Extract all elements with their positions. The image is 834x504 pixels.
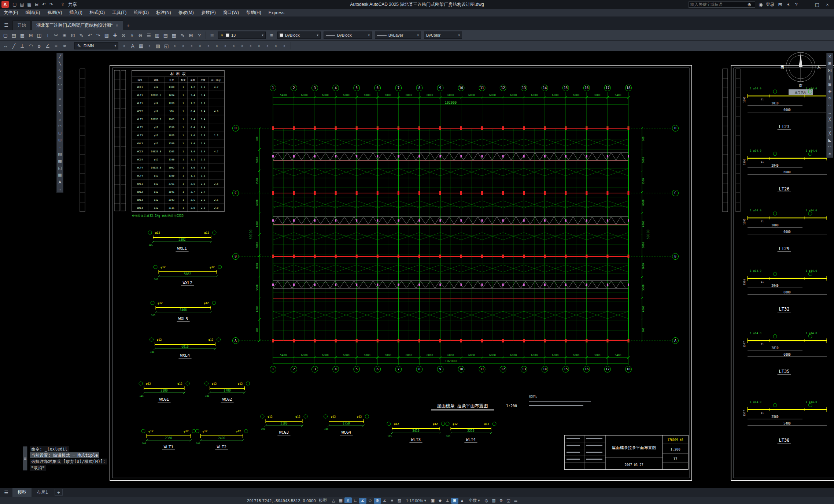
redo-icon[interactable]: ↷ [48, 1, 55, 8]
dim-radius-icon[interactable]: ◠ [27, 42, 35, 49]
layout-tab-布局1[interactable]: 布局1 [32, 488, 53, 497]
selection-cycling-icon[interactable]: ▣ [429, 498, 436, 504]
redo-icon[interactable]: ↷ [94, 32, 102, 39]
zoom-previous-icon[interactable]: ⊖ [136, 32, 144, 39]
search-icon[interactable]: ⊕ [745, 1, 753, 8]
line-icon[interactable]: ╱ [57, 53, 63, 60]
dimension-icon[interactable]: ↔ [57, 185, 63, 192]
transparency-icon[interactable]: ▨ [396, 498, 403, 504]
units-button[interactable]: 小数 ▾ [466, 498, 482, 504]
menubar-item-8[interactable]: 标注(N) [152, 9, 175, 16]
multiline-text-icon[interactable]: A [57, 178, 63, 185]
region-icon[interactable]: ◱ [57, 164, 63, 171]
text-style-icon[interactable]: ▫ [120, 42, 128, 49]
copy-icon[interactable]: ⊞ [827, 60, 833, 67]
snap-icon[interactable]: ▦ [337, 498, 344, 504]
community-icon[interactable]: ✶ [784, 1, 792, 8]
stretch-icon[interactable]: ↔ [827, 109, 833, 116]
file-tabs-menu-icon[interactable]: ☰ [2, 21, 10, 29]
customization-icon[interactable]: ☰ [512, 498, 519, 504]
paste-icon[interactable]: ⊡ [69, 32, 77, 39]
polar-icon[interactable]: ∠ [359, 498, 366, 504]
point-style-icon[interactable]: ▫ [145, 42, 154, 49]
zoom-realtime-icon[interactable]: ⊙ [119, 32, 128, 39]
layer-walk-icon[interactable]: ▫ [221, 42, 229, 49]
layer-off-icon[interactable]: ▫ [238, 42, 246, 49]
hatch-icon[interactable]: ▨ [57, 151, 63, 158]
design-center-icon[interactable]: ▥ [153, 32, 161, 39]
lineweight-icon[interactable]: ≡ [388, 497, 396, 503]
osnap-settings-icon[interactable]: ▫ [171, 42, 179, 49]
multiline-text-icon[interactable]: A [129, 42, 137, 49]
color-combo[interactable]: ByBlock ▾ [277, 32, 321, 39]
search-input[interactable] [690, 2, 745, 7]
revision-cloud-icon[interactable]: ≈ [57, 102, 63, 109]
move-icon[interactable]: ✚ [827, 88, 833, 95]
undo-icon[interactable]: ↶ [86, 32, 94, 39]
layer-states-icon[interactable]: ≡ [267, 32, 276, 39]
hatch-icon[interactable]: ▨ [154, 42, 162, 49]
named-views-icon[interactable]: ▫ [188, 42, 196, 49]
3d-osnap-icon[interactable]: ◆ [436, 498, 444, 504]
drawing-workspace[interactable]: 材 料 表编号规格长度数量单重总重合计(Kg)WCC1φ12130011.21.… [0, 51, 834, 488]
app-menu-button[interactable]: A [1, 1, 9, 8]
ortho-icon[interactable]: ∟ [352, 497, 359, 503]
make-block-icon[interactable]: ⊞ [57, 137, 63, 144]
infer-icon[interactable]: △ [330, 498, 337, 504]
tab-close-icon[interactable]: × [116, 23, 118, 28]
dim-diameter-icon[interactable]: ⌀ [35, 42, 43, 49]
layer-freeze-icon[interactable]: ▫ [230, 42, 238, 49]
menubar-item-5[interactable]: 格式(O) [86, 9, 108, 16]
file-tab-2[interactable]: 湖北某三连跨门式刚架厂房结构设计图*× [32, 21, 123, 30]
share-button[interactable]: ⇧共享 [56, 1, 80, 8]
annotation-visibility-icon[interactable]: ▲ [458, 497, 466, 503]
new-icon[interactable]: ▢ [11, 1, 18, 8]
scale-icon[interactable]: ▱ [827, 102, 833, 109]
circle-icon[interactable]: ○ [57, 95, 63, 102]
open-icon[interactable]: ▤ [10, 32, 18, 39]
sheet-set-manager-icon[interactable]: ▦ [170, 32, 178, 39]
menubar-item-7[interactable]: 绘图(D) [130, 9, 152, 16]
markup-icon[interactable]: ✎ [178, 32, 187, 39]
drawing-canvas[interactable]: 材 料 表编号规格长度数量单重总重合计(Kg)WCC1φ12130011.21.… [0, 51, 834, 488]
menubar-item-6[interactable]: 工具(T) [108, 9, 130, 16]
ucs-icon[interactable]: ▫ [179, 42, 187, 49]
close-icon[interactable]: × [822, 1, 833, 8]
command-line-grip[interactable]: ☰ [23, 446, 27, 471]
clean-screen-icon[interactable]: ◱ [505, 498, 512, 504]
search-box[interactable]: ⊕ [689, 1, 755, 8]
orbit-icon[interactable]: ▫ [196, 42, 204, 49]
dim-linear-icon[interactable]: ↔ [1, 42, 10, 49]
polygon-icon[interactable]: ◇ [57, 74, 63, 81]
extend-icon[interactable]: → [827, 123, 833, 130]
match-properties-icon[interactable]: ✎ [77, 32, 85, 39]
layer-combo[interactable]: ☀ 13 ▾ [218, 32, 266, 39]
region-icon[interactable]: ◱ [162, 42, 170, 49]
dim-ordinate-icon[interactable]: ⊥ [18, 42, 26, 49]
maximize-icon[interactable]: ▢ [812, 1, 822, 8]
menubar-item-9[interactable]: 修改(M) [175, 9, 198, 16]
erase-icon[interactable]: ✕ [827, 53, 833, 60]
quick-calc-icon[interactable]: ⊞ [187, 32, 195, 39]
array-icon[interactable]: ⊞ [827, 81, 833, 88]
menubar-item-1[interactable]: 文件(F) [0, 9, 22, 16]
chamfer-icon[interactable]: ◣ [827, 137, 833, 144]
super-hatch-icon[interactable]: ▫ [272, 42, 280, 49]
layer-properties-icon[interactable]: ≣ [208, 32, 216, 39]
publish-icon[interactable]: ↑ [44, 32, 52, 39]
explode-icon[interactable]: ✶ [827, 151, 833, 158]
plotstyle-combo[interactable]: ByColor ▾ [424, 32, 462, 39]
linetype-combo[interactable]: ByBlock ▾ [324, 32, 372, 39]
construction-line-icon[interactable]: ╲ [57, 60, 63, 67]
tool-palettes-icon[interactable]: ▤ [162, 32, 170, 39]
save-icon[interactable]: ▦ [18, 32, 26, 39]
table-icon[interactable]: ▦ [137, 42, 145, 49]
file-tab-1[interactable]: 开始 [12, 21, 31, 30]
plot-preview-icon[interactable]: ◫ [35, 32, 43, 39]
arc-text-icon[interactable]: ▫ [280, 42, 288, 49]
copy-nested-icon[interactable]: ▫ [255, 42, 263, 49]
cut-icon[interactable]: ✂ [52, 32, 60, 39]
isodraft-icon[interactable]: ◇ [366, 498, 374, 504]
model-space-button[interactable]: 模型 [317, 498, 329, 504]
mirror-icon[interactable]: ⋈ [827, 67, 833, 74]
